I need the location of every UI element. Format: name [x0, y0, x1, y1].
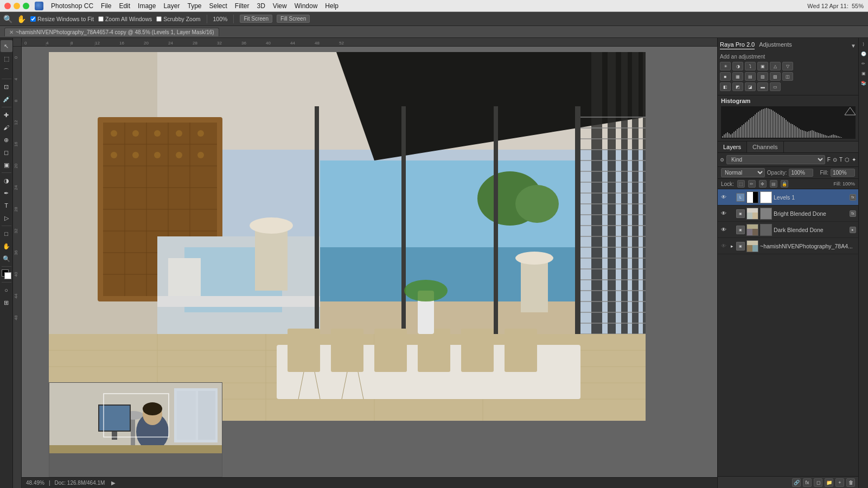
raya-icon-curves[interactable]: ⤵ [745, 62, 756, 70]
channels-tab[interactable]: Channels [747, 142, 783, 152]
eyedropper-tool[interactable]: 💉 [1, 93, 12, 105]
resize-windows-checkbox[interactable] [30, 16, 36, 22]
raya-icon-threshold[interactable]: ▬ [757, 82, 768, 91]
raya-icon-solid-color[interactable]: ■ [720, 72, 731, 81]
fit-screen-button[interactable]: Fit Screen [240, 15, 272, 23]
raya-icon-invert[interactable]: ◩ [732, 82, 743, 91]
filter-adjust-icon[interactable]: ⊙ [833, 157, 837, 163]
path-tool[interactable]: ▷ [1, 212, 12, 224]
raya-icon-hsl[interactable]: △ [770, 62, 781, 70]
shape-tool[interactable]: □ [1, 228, 12, 240]
delete-layer-button[interactable]: 🗑 [846, 478, 855, 487]
raya-icon-exposure[interactable]: ◧ [720, 82, 731, 91]
raya-icon-photo-filter[interactable]: ◫ [782, 72, 793, 81]
eraser-tool[interactable]: ◻ [1, 146, 12, 158]
text-tool[interactable]: T [1, 200, 12, 211]
lock-paint-button[interactable]: ✏ [748, 180, 756, 188]
raya-icon-pattern[interactable]: ▦ [732, 72, 743, 81]
menu-file[interactable]: File [98, 1, 114, 11]
history-strip-icon[interactable]: 🕐 [860, 50, 867, 57]
maximize-button[interactable] [23, 3, 29, 9]
menu-photoshop[interactable]: Photoshop CC [48, 1, 97, 11]
swatches-strip-icon[interactable]: ▣ [860, 69, 867, 77]
layer-row-levels-1[interactable]: 👁 L Levels 1 fx [718, 189, 858, 206]
link-layers-button[interactable]: 🔗 [792, 478, 801, 487]
raya-collapse[interactable]: ▼ [851, 43, 856, 49]
layer-visibility-levels-1[interactable]: 👁 [720, 194, 727, 201]
menu-select[interactable]: Select [206, 1, 230, 11]
zoom-all-windows-option[interactable]: Zoom All Windows [98, 16, 152, 22]
raya-icon-brightness[interactable]: ☀ [720, 62, 731, 70]
add-style-button[interactable]: fx [803, 478, 812, 487]
close-button[interactable] [4, 3, 11, 9]
filter-smart-icon[interactable]: ✦ [852, 157, 856, 163]
menu-3d[interactable]: 3D [254, 1, 269, 11]
crop-tool[interactable]: ⊡ [1, 81, 12, 93]
new-group-button[interactable]: 📁 [825, 478, 833, 487]
selection-tool[interactable]: ⬚ [1, 53, 12, 65]
raya-icon-gradient-map[interactable]: ▽ [782, 62, 793, 70]
document-tab-close[interactable]: ✕ [9, 29, 14, 35]
filter-text-icon[interactable]: T [839, 157, 843, 163]
menu-edit[interactable]: Edit [116, 1, 133, 11]
raya-icon-posterize[interactable]: ◪ [745, 82, 756, 91]
raya-icon-contrast[interactable]: ◑ [732, 62, 743, 70]
raya-icon-channel-mixer[interactable]: ▧ [757, 72, 768, 81]
raya-icon-vibrance[interactable]: ▤ [745, 72, 756, 81]
panel-expand-icon[interactable]: ⟩ [860, 40, 867, 48]
minimize-button[interactable] [14, 3, 20, 9]
dodge-tool[interactable]: ◑ [1, 175, 12, 187]
layer-kind-select[interactable]: Kind [726, 155, 825, 164]
move-tool[interactable]: ↖ [1, 40, 12, 52]
lock-position-button[interactable]: ✥ [759, 180, 767, 188]
libraries-strip-icon[interactable]: 📚 [860, 79, 867, 87]
resize-windows-option[interactable]: Resize Windows to Fit [30, 16, 94, 22]
lock-transparent-button[interactable]: ⬚ [737, 180, 745, 188]
fill-value[interactable] [831, 169, 855, 177]
filter-vector-icon[interactable]: ⬡ [845, 157, 850, 163]
lock-all-button[interactable]: 🔒 [781, 180, 788, 188]
document-tab[interactable]: ✕ ~hamishNIVENPhotography_78A4657-4 copy… [4, 28, 219, 36]
layer-row-background[interactable]: 👁 ▸ ▣ ~hamishNIVENPhotography_78A4... [718, 238, 858, 254]
raya-pro-tab[interactable]: Raya Pro 2.0 [720, 40, 755, 49]
layer-visibility-bright-blended[interactable]: 👁 [720, 210, 727, 217]
zoom-all-windows-checkbox[interactable] [98, 16, 104, 22]
opacity-value[interactable] [789, 169, 813, 177]
menu-window[interactable]: Window [291, 1, 321, 11]
menu-image[interactable]: Image [135, 1, 159, 11]
lock-artboard-button[interactable]: ▤ [770, 180, 777, 188]
brushes-strip-icon[interactable]: ✏ [860, 60, 867, 67]
layer-row-dark-blended[interactable]: 👁 ▣ Dark Blended Done ▸ [718, 222, 858, 238]
gradient-tool[interactable]: ▣ [1, 159, 12, 171]
layer-visibility-background[interactable]: 👁 [720, 242, 727, 250]
raya-icon-selective-color[interactable]: ▭ [770, 82, 781, 91]
pen-tool[interactable]: ✒ [1, 187, 12, 199]
filter-type-icon[interactable]: F [827, 157, 831, 163]
blend-mode-select[interactable]: Normal [721, 168, 765, 177]
add-mask-button[interactable]: ◻ [814, 478, 822, 487]
hand-tool[interactable]: ✋ [1, 240, 12, 252]
brush-tool[interactable]: 🖌 [1, 121, 12, 133]
layers-tab[interactable]: Layers [718, 142, 747, 152]
scrubby-zoom-checkbox[interactable] [156, 16, 162, 22]
quick-mask-tool[interactable]: ○ [1, 284, 12, 296]
screen-mode-tool[interactable]: ⊞ [1, 297, 12, 309]
adjustments-tab[interactable]: Adjustments [759, 40, 792, 49]
clone-tool[interactable]: ⊕ [1, 134, 12, 146]
raya-icon-levels[interactable]: ▣ [757, 62, 768, 70]
fill-screen-button[interactable]: Fill Screen [277, 15, 310, 23]
raya-icon-color-balance[interactable]: ▨ [770, 72, 781, 81]
menu-filter[interactable]: Filter [232, 1, 253, 11]
fg-bg-colors[interactable] [2, 269, 11, 279]
zoom-tool[interactable]: 🔍 [1, 253, 12, 265]
menu-help[interactable]: Help [322, 1, 342, 11]
scrubby-zoom-option[interactable]: Scrubby Zoom [156, 16, 200, 22]
menu-view[interactable]: View [270, 1, 290, 11]
lasso-tool[interactable]: ⌒ [1, 65, 12, 77]
menu-layer[interactable]: Layer [160, 1, 183, 11]
new-layer-button[interactable]: + [835, 478, 844, 487]
layer-row-bright-blended[interactable]: 👁 ▣ Bright Blended Done fx [718, 206, 858, 222]
healing-tool[interactable]: ✚ [1, 109, 12, 121]
canvas-wrapper[interactable]: 48.49% | Doc: 126.8M/464.1M ▶ [22, 47, 717, 488]
menu-type[interactable]: Type [184, 1, 205, 11]
